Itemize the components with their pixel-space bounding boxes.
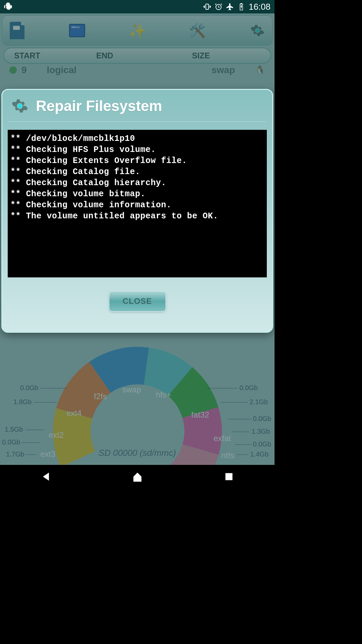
svg-rect-17	[225, 473, 232, 480]
close-button[interactable]: CLOSE	[109, 291, 166, 312]
alarm-icon	[215, 3, 223, 11]
svg-point-16	[17, 104, 22, 108]
airplane-icon	[226, 3, 234, 11]
terminal-output: ** /dev/block/mmcblk1p10 ** Checking HFS…	[8, 130, 267, 277]
svg-rect-5	[241, 3, 242, 4]
status-bar: 16:08	[0, 0, 275, 13]
nav-back-icon[interactable]	[40, 471, 52, 483]
dialog-title: Repair Filesystem	[36, 98, 162, 114]
repair-filesystem-dialog: Repair Filesystem ** /dev/block/mmcblk1p…	[1, 89, 273, 333]
vibrate-icon	[203, 3, 211, 11]
svg-point-1	[9, 4, 9, 4]
nav-recents-icon[interactable]	[223, 471, 235, 483]
nav-home-icon[interactable]	[131, 471, 143, 483]
android-icon	[4, 2, 12, 10]
svg-rect-2	[206, 4, 208, 9]
gear-icon	[11, 97, 28, 115]
app-root: ✨ 🛠️ START END SIZE 9 logical swap 🐧	[0, 13, 275, 465]
navigation-bar	[0, 465, 275, 488]
battery-icon	[237, 3, 245, 11]
svg-point-0	[7, 4, 7, 4]
status-time: 16:08	[249, 2, 270, 12]
